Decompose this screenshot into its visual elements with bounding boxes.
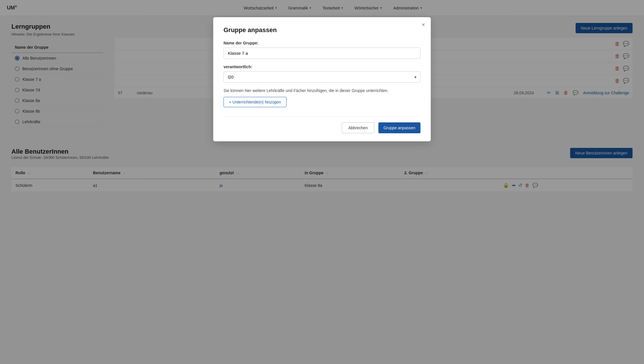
- modal-overlay: Gruppe anpassen × Name der Gruppe: veran…: [0, 0, 644, 203]
- modal-title: Gruppe anpassen: [224, 26, 420, 34]
- hint-text: Sie können hier weitere Lehrkräfte und F…: [224, 88, 420, 93]
- gruppe-anpassen-modal: Gruppe anpassen × Name der Gruppe: veran…: [213, 17, 431, 141]
- cancel-button[interactable]: Abbrechen: [342, 122, 374, 133]
- responsible-select[interactable]: l20: [224, 71, 420, 83]
- group-name-input[interactable]: [224, 48, 420, 59]
- responsible-select-wrapper: l20: [224, 71, 420, 83]
- add-unterrichtende-button[interactable]: + Unterrichtende(n) hinzügen: [224, 97, 287, 107]
- submit-button[interactable]: Gruppe anpassen: [378, 122, 420, 133]
- responsible-label: verantwortlich:: [224, 64, 420, 69]
- modal-close-button[interactable]: ×: [422, 22, 425, 28]
- name-label: Name der Gruppe:: [224, 41, 420, 45]
- modal-footer: Abbrechen Gruppe anpassen: [224, 116, 420, 133]
